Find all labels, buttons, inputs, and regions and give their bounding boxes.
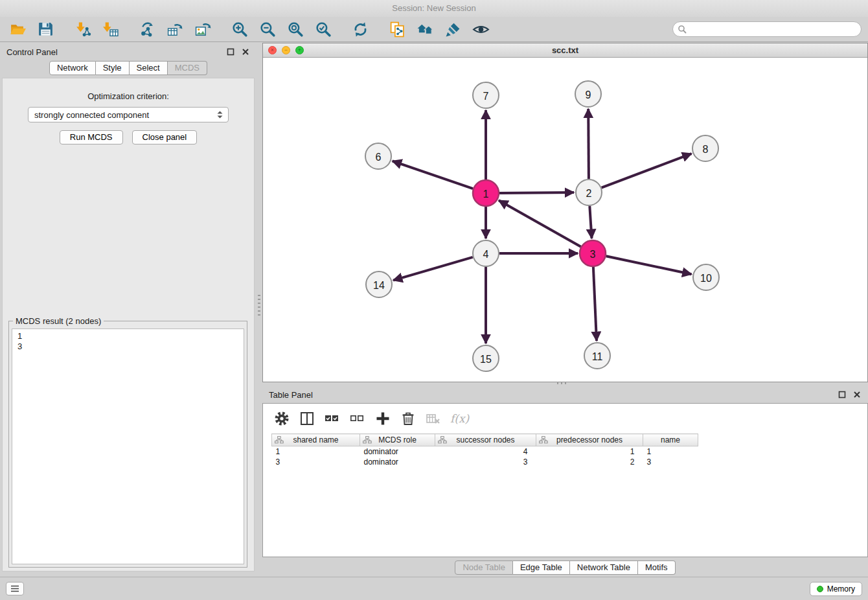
node-15[interactable]: 15	[473, 345, 499, 371]
tab-mcds[interactable]: MCDS	[168, 61, 207, 75]
table-cell[interactable]: dominator	[360, 446, 435, 457]
edge-1-2[interactable]	[499, 192, 574, 193]
tab-motifs[interactable]: Motifs	[638, 560, 676, 575]
node-3[interactable]: 3	[580, 240, 606, 266]
float-table-panel-button[interactable]	[838, 390, 847, 399]
node-label-3: 3	[590, 249, 596, 260]
export-table-button[interactable]	[164, 19, 186, 40]
zoom-in-button[interactable]	[229, 19, 251, 40]
tab-select[interactable]: Select	[130, 61, 168, 75]
zoom-selected-button[interactable]	[312, 19, 334, 40]
node-8[interactable]: 8	[692, 135, 718, 161]
memory-status-icon	[817, 586, 823, 592]
edge-3-1[interactable]	[499, 200, 581, 246]
column-type-icon	[275, 436, 284, 446]
minimize-window-button[interactable]: −	[282, 46, 290, 54]
window-titlebar: Session: New Session	[0, 0, 868, 17]
save-session-button[interactable]	[34, 19, 56, 40]
table-cell[interactable]: 3	[272, 457, 360, 467]
refresh-icon	[352, 21, 369, 38]
network-from-selection-button[interactable]	[386, 19, 408, 40]
run-mcds-button[interactable]: Run MCDS	[60, 130, 123, 144]
tab-network-table[interactable]: Network Table	[570, 560, 638, 575]
table-cell[interactable]: 4	[435, 446, 536, 457]
table-row[interactable]: 1 dominator 4 1 1	[272, 446, 698, 457]
zoom-out-button[interactable]	[257, 19, 279, 40]
delete-table-icon	[425, 410, 442, 427]
create-column-button[interactable]	[374, 410, 391, 427]
node-14[interactable]: 14	[366, 271, 392, 297]
table-row[interactable]: 3 dominator 3 2 3	[272, 457, 698, 467]
refresh-view-button[interactable]	[349, 19, 371, 40]
columns-icon	[299, 410, 315, 427]
table-cell[interactable]: 1	[536, 446, 643, 457]
trash-icon	[400, 410, 417, 427]
node-1[interactable]: 1	[473, 180, 499, 206]
node-9[interactable]: 9	[575, 81, 601, 107]
first-neighbors-houses-icon	[416, 21, 435, 38]
table-cell[interactable]: 1	[272, 446, 360, 457]
table-cell[interactable]: 2	[536, 457, 643, 467]
node-11[interactable]: 11	[584, 343, 610, 369]
show-columns-button[interactable]	[299, 410, 315, 427]
status-console-button[interactable]	[6, 582, 24, 595]
close-panel-button[interactable]	[241, 47, 250, 56]
tab-network[interactable]: Network	[49, 61, 96, 75]
delete-column-button[interactable]	[400, 410, 417, 427]
search-input[interactable]	[672, 21, 862, 37]
table-cell[interactable]: 3	[435, 457, 536, 467]
panel-divider-handle[interactable]	[258, 295, 260, 317]
node-4[interactable]: 4	[473, 240, 499, 266]
horizontal-divider-handle[interactable]	[557, 382, 569, 384]
column-header-mcds-role[interactable]: MCDS role	[360, 434, 435, 446]
zoom-fit-button[interactable]	[284, 19, 306, 40]
select-all-columns-button[interactable]	[324, 410, 341, 427]
table-cell[interactable]: dominator	[360, 457, 435, 467]
first-neighbors-button[interactable]	[414, 19, 436, 40]
edge-4-14[interactable]	[393, 257, 473, 281]
edge-3-10[interactable]	[606, 256, 692, 274]
edge-2-3[interactable]	[589, 206, 591, 238]
memory-button[interactable]: Memory	[810, 582, 862, 596]
optimization-criterion-select[interactable]: strongly connected component	[28, 107, 229, 122]
node-2[interactable]: 2	[576, 179, 602, 205]
tab-node-table[interactable]: Node Table	[455, 560, 513, 575]
node-7[interactable]: 7	[473, 82, 499, 108]
column-header-name[interactable]: name	[643, 434, 698, 446]
column-header-shared-name[interactable]: shared name	[272, 434, 360, 446]
export-network-button[interactable]	[136, 19, 158, 40]
network-canvas[interactable]: 7968124314101511	[263, 58, 867, 382]
table-settings-button[interactable]	[273, 410, 290, 427]
column-header-predecessor-nodes[interactable]: predecessor nodes	[536, 434, 643, 446]
table-panel-tabs: Node Table Edge Table Network Table Moti…	[262, 560, 868, 575]
zoom-out-icon	[259, 21, 277, 38]
float-panel-button[interactable]	[226, 47, 235, 56]
maximize-window-button[interactable]: +	[295, 46, 304, 54]
unselect-all-columns-button[interactable]	[349, 410, 366, 427]
node-6[interactable]: 6	[365, 143, 391, 169]
tab-style[interactable]: Style	[96, 61, 130, 75]
zoom-fit-icon	[287, 21, 304, 38]
edge-2-9[interactable]	[588, 109, 589, 179]
table-cell[interactable]: 3	[643, 457, 698, 467]
export-image-button[interactable]	[192, 19, 214, 40]
import-network-button[interactable]	[71, 19, 93, 40]
open-session-button[interactable]	[6, 19, 29, 40]
node-label-4: 4	[483, 249, 489, 260]
edge-1-6[interactable]	[393, 161, 473, 189]
close-panel-action-button[interactable]: Close panel	[132, 130, 198, 144]
column-header-successor-nodes[interactable]: successor nodes	[435, 434, 536, 446]
table-panel-header: Table Panel	[262, 386, 868, 403]
node-10[interactable]: 10	[693, 264, 719, 290]
close-table-panel-button[interactable]	[852, 390, 862, 399]
close-window-button[interactable]: ×	[268, 46, 277, 54]
table-cell[interactable]: 1	[643, 446, 698, 457]
mcds-result-list[interactable]: 1 3	[12, 329, 244, 564]
import-table-button[interactable]	[99, 19, 121, 40]
control-panel-title: Control Panel	[6, 47, 58, 57]
show-hide-button[interactable]	[470, 19, 492, 40]
edge-3-11[interactable]	[593, 267, 597, 341]
edge-2-8[interactable]	[602, 154, 692, 188]
tab-edge-table[interactable]: Edge Table	[513, 560, 570, 575]
graphics-details-button[interactable]	[442, 19, 464, 40]
